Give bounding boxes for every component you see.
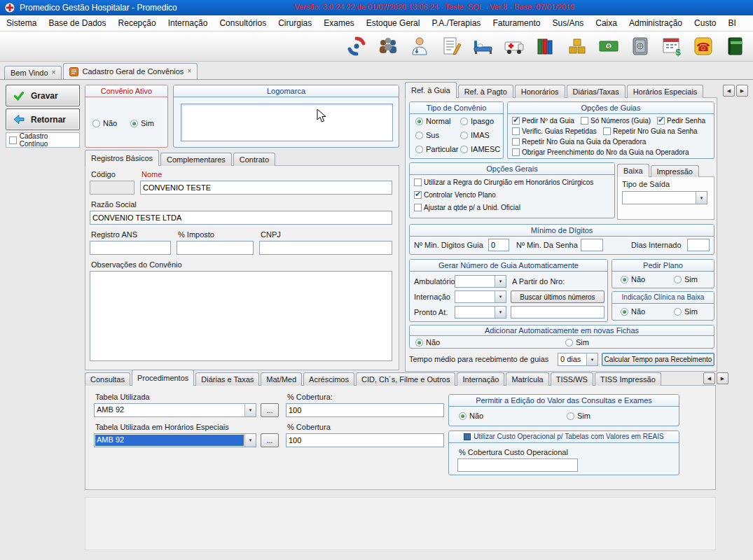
menu-item-recepcao[interactable]: Recepção <box>113 15 161 31</box>
tab-impressao[interactable]: Impressão <box>651 165 699 177</box>
logo-image-area[interactable] <box>181 104 393 141</box>
tab-ref-a-guia[interactable]: Ref. à Guia <box>405 82 457 98</box>
tab-matricula[interactable]: Matrícula <box>506 372 548 386</box>
tab-honorarios[interactable]: Honorários <box>515 85 565 98</box>
min-senha-field[interactable] <box>581 239 603 251</box>
checkbox-controlar-vencto-plano[interactable]: Controlar Vencto Plano <box>414 191 496 199</box>
checkbox-so-numeros[interactable]: Só Números (Guia) <box>581 117 651 125</box>
menu-item-estoque-geral[interactable]: Estoque Geral <box>361 15 425 31</box>
patients-sync-icon[interactable] <box>344 34 369 59</box>
tab-diarias-taxas[interactable]: Diárias/Taxas <box>567 85 626 98</box>
radio-tipo-ipasgo[interactable]: Ipasgo <box>460 117 494 125</box>
menu-item-sus-ans[interactable]: Sus/Ans <box>547 15 588 31</box>
tab-mat-med[interactable]: Mat/Med <box>261 372 302 386</box>
tab-diarias-e-taxas[interactable]: Diárias e Taxas <box>195 372 259 386</box>
chevron-down-icon[interactable]: ▾ <box>586 354 597 365</box>
radio-tipo-iamesc[interactable]: IAMESC <box>460 145 500 153</box>
tab-acrescimos[interactable]: Acréscimos <box>303 372 354 386</box>
tab-cadastro-geral-convenios[interactable]: Cadastro Geral de Convênios × <box>63 63 198 79</box>
radio-indicacao-nao[interactable]: Não <box>621 307 645 316</box>
guide-tabs-scroll-right-icon[interactable]: ▶ <box>736 85 748 97</box>
menu-item-administracao[interactable]: Administração <box>624 15 687 31</box>
radio-pedir-plano-sim[interactable]: Sim <box>674 275 698 284</box>
menu-item-cirurgias[interactable]: Cirurgias <box>273 15 317 31</box>
dias-internado-field[interactable] <box>687 239 710 251</box>
menu-item-caixa[interactable]: Caixa <box>590 15 622 31</box>
tipo-saida-combo[interactable]: ▾ <box>622 191 707 204</box>
radio-convenio-sim[interactable]: Sim <box>130 119 154 127</box>
tabela-especiais-combo[interactable]: AMB 92 ▾ <box>94 433 256 447</box>
custo-operacional-checkbox[interactable] <box>464 433 471 440</box>
razao-social-field[interactable] <box>90 211 392 225</box>
continuous-registration-checkbox[interactable]: Cadastro Contínuo <box>6 132 80 148</box>
doctor-icon[interactable] <box>407 34 432 59</box>
tab-horarios-especiais[interactable]: Horários Especiais <box>627 85 704 98</box>
checkbox-obrigar-preenchimento-nro[interactable]: Obrigar Preenchimento do Nro da Guia na … <box>512 148 689 156</box>
radio-convenio-nao[interactable]: Não <box>92 119 117 127</box>
checkbox-regra-cirurgiao[interactable]: Utilizar a Regra do Cirurgião em Honorár… <box>414 178 593 186</box>
radio-permitir-nao[interactable]: Não <box>459 412 483 420</box>
detail-tabs-scroll-left-icon[interactable]: ◀ <box>703 372 715 384</box>
finance-icon[interactable]: $ <box>596 34 621 59</box>
menu-item-base-de-dados[interactable]: Base de Dados <box>43 15 111 31</box>
tab-bem-vindo[interactable]: Bem Vindo × <box>4 66 62 79</box>
stock-icon[interactable] <box>565 34 590 59</box>
library-icon[interactable] <box>533 34 558 59</box>
tab-tiss-ws[interactable]: TISS/WS <box>551 372 593 386</box>
tab-complementares[interactable]: Complementares <box>160 153 232 166</box>
chevron-down-icon[interactable]: ▾ <box>495 291 506 302</box>
checkbox-verific-guias-repetidas[interactable]: Verific. Guias Repetidas <box>512 127 597 135</box>
nro-inicial-field[interactable] <box>511 306 605 318</box>
tab-cid-chs-filme-outros[interactable]: CID, Ch´s, Filme e Outros <box>356 372 456 386</box>
buscar-ultimos-numeros-button[interactable]: Buscar últimos números <box>511 290 605 303</box>
chevron-down-icon[interactable]: ▾ <box>244 404 256 416</box>
checkbox-pedir-senha[interactable]: Pedir Senha <box>657 117 705 125</box>
observacoes-field[interactable] <box>90 271 392 361</box>
ambulance-icon[interactable] <box>502 34 527 59</box>
tab-baixa[interactable]: Baixa <box>617 164 649 177</box>
cnpj-field[interactable] <box>259 241 392 255</box>
internacao-combo[interactable]: ▾ <box>455 290 506 303</box>
billing-calendar-icon[interactable]: $ <box>659 34 684 59</box>
guide-tabs-scroll-left-icon[interactable]: ◀ <box>723 85 735 97</box>
radio-indicacao-sim[interactable]: Sim <box>674 307 698 316</box>
radio-tipo-normal[interactable]: Normal <box>415 117 450 125</box>
checkbox-repetir-nro-guia-operadora[interactable]: Repetir Nro Guia na Guia da Operadora <box>512 138 646 146</box>
tab-consultas[interactable]: Consultas <box>85 372 130 386</box>
radio-adicionar-nao[interactable]: Não <box>415 338 440 346</box>
chevron-down-icon[interactable]: ▾ <box>495 276 506 287</box>
notes-icon[interactable] <box>438 34 464 59</box>
tab-tiss-impressao[interactable]: TISS Impressão <box>595 372 661 386</box>
cobertura-especiais-field[interactable] <box>286 433 444 447</box>
detail-tabs-scroll-right-icon[interactable]: ▶ <box>717 372 728 384</box>
radio-tipo-sus[interactable]: Sus <box>415 131 439 139</box>
close-tab-icon[interactable]: × <box>187 64 191 79</box>
checkbox-ajustar-qtde[interactable]: Ajustar a qtde p/ a Unid. Oficial <box>414 204 520 211</box>
menu-item-exames[interactable]: Exames <box>319 15 359 31</box>
tabela-utilizada-combo[interactable]: AMB 92 ▾ <box>94 403 256 417</box>
digitos-guia-field[interactable] <box>488 239 509 251</box>
radio-pedir-plano-nao[interactable]: Não <box>621 275 645 284</box>
registro-ans-field[interactable] <box>90 241 171 255</box>
close-tab-icon[interactable]: × <box>52 66 56 79</box>
tab-internacao-detail[interactable]: Internação <box>457 372 504 386</box>
cobertura-field[interactable] <box>286 403 444 417</box>
menu-item-consultorios[interactable]: Consultórios <box>214 15 271 31</box>
tab-contrato[interactable]: Contrato <box>233 153 275 166</box>
menu-item-bi[interactable]: BI <box>724 15 741 31</box>
radio-adicionar-sim[interactable]: Sim <box>565 338 589 346</box>
bed-icon[interactable] <box>470 34 495 59</box>
radio-tipo-particular[interactable]: Particular <box>415 145 458 153</box>
tempo-medio-combo[interactable]: 0 dias ▾ <box>558 353 598 366</box>
menu-item-pa-terapias[interactable]: P.A./Terapias <box>427 15 485 31</box>
menu-item-faturamento[interactable]: Faturamento <box>488 15 545 31</box>
radio-tipo-imas[interactable]: IMAS <box>460 131 490 139</box>
tab-procedimentos[interactable]: Procedimentos <box>132 370 194 386</box>
calcular-tempo-button[interactable]: Calcular Tempo para Recebimento <box>602 353 714 366</box>
chevron-down-icon[interactable]: ▾ <box>495 307 506 318</box>
reception-icon[interactable] <box>375 34 401 59</box>
cobertura-custo-field[interactable] <box>457 458 578 472</box>
nome-field[interactable] <box>140 181 392 195</box>
safe-icon[interactable] <box>628 34 653 59</box>
browse-tabela-button[interactable]: ... <box>261 403 279 417</box>
